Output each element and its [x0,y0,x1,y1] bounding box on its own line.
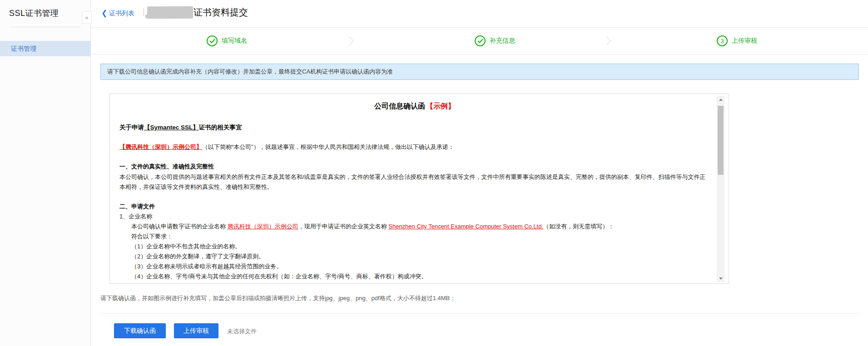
section1-title: 一、文件的真实性、准确性及完整性 [119,162,710,172]
footer-divider [100,313,859,314]
file-selection-status: 未选择文件 [227,327,257,336]
sidebar-divider [9,27,81,27]
requirement-item: （2）企业名称的外文翻译，遵守了文字翻译原则。 [119,252,710,262]
breadcrumb-link-certificate-list[interactable]: 证书列表 [109,10,134,18]
breadcrumb-separator: | [143,7,145,17]
page-header: ❮ 证书列表 | 证书资料提交 [91,0,868,28]
step-label: 上传审核 [732,37,757,45]
scroll-up-icon[interactable] [717,96,724,103]
subject-brand: 【Symantec SSL】 [144,124,199,131]
download-confirmation-button[interactable]: 下载确认函 [114,323,166,338]
main-content: ❮ 证书列表 | 证书资料提交 填写域名 补充信息 [91,0,868,346]
upload-instruction: 请下载确认函，并如图示例进行补充填写，加盖公章后扫描或拍摄清晰照片上传，支持jp… [100,294,456,302]
upload-review-button[interactable]: 上传审核 [174,323,218,338]
check-circle-icon [207,35,218,46]
confirm-suffix: （如没有，则无需填写）： [543,223,614,230]
check-circle-icon [475,35,486,46]
subject-prefix: 关于申请 [119,124,144,131]
requirements-label: 符合以下要求： [119,232,710,242]
requirement-item: （4）企业名称、字号/商号未与其他企业的任何在先权利（如：企业名称、字号/商号、… [119,272,710,282]
sidebar-item-certificate-management[interactable]: 证书管理 [0,41,91,56]
subject-suffix: 证书的相关事宜 [199,124,242,131]
document-subject: 关于申请【Symantec SSL】证书的相关事宜 [119,123,710,133]
company-name-cn-link[interactable]: 腾讯科技（深圳）示例公司 [228,223,298,230]
sidebar: SSL证书管理 证书管理 [0,0,91,346]
step-upload-review: 3 上传审核 [717,35,757,46]
confirm-prefix: 本公司确认申请数字证书的企业名称 [131,223,228,230]
section2-title: 二、申请文件 [119,202,710,212]
intro-text: （以下简称“本公司”），就题述事宜，根据中华人民共和国相关法律法规，做出以下确认… [202,143,454,150]
section1-body: 本公司确认，本公司提供的与题述事宜相关的所有文件正本及其签名和/或盖章是真实的，… [119,172,710,192]
document-title-tag: 【示例】 [426,102,455,110]
document-scrollbar[interactable] [717,96,724,282]
page: SSL证书管理 证书管理 « ❮ 证书列表 | 证书资料提交 填写域名 [0,0,868,346]
requirement-item: （5）企业名称未违反《企业名称登记管理实施办法》或其他相关中国、地方法律法规。 [119,282,710,284]
scrollbar-thumb[interactable] [718,106,724,175]
step-fill-domain: 填写域名 [207,35,247,46]
company-confirm-line: 本公司确认申请数字证书的企业名称 腾讯科技（深圳）示例公司，现用于申请证书的企业… [119,222,710,232]
info-banner: 请下载公司信息确认函完成内容补充（内容可修改）并加盖公章，最终提交CA机构证书申… [100,64,859,80]
page-title: 证书资料提交 [193,6,248,19]
back-icon[interactable]: ❮ [101,9,107,17]
progress-steps: 填写域名 补充信息 3 上传审核 [91,28,868,54]
confirm-mid: ，现用于申请证书的企业英文名称 [298,223,389,230]
sidebar-collapse-icon[interactable]: « [82,11,92,24]
app-title: SSL证书管理 [9,8,59,19]
item1-title: 1、企业名称 [119,212,710,222]
requirement-item: （3）企业名称未明示或者暗示有超越其经营范围的业务。 [119,262,710,272]
step-label: 补充信息 [490,37,515,45]
company-name-en-link[interactable]: Shenzhen City Tencent Example Computer S… [388,223,543,230]
redacted-text-fragment [145,15,177,18]
confirmation-letter-preview: 公司信息确认函【示例】 关于申请【Symantec SSL】证书的相关事宜 【腾… [109,94,729,284]
document-body: 公司信息确认函【示例】 关于申请【Symantec SSL】证书的相关事宜 【腾… [119,94,710,284]
step-label: 填写域名 [222,37,247,45]
scroll-down-icon[interactable] [717,275,724,282]
step-supplement-info: 补充信息 [475,35,515,46]
chevron-right-icon [602,36,611,45]
requirement-item: （1）企业名称中不包含其他企业的名称。 [119,242,710,252]
company-name-link[interactable]: 【腾讯科技（深圳）示例公司】 [119,143,202,150]
document-intro: 【腾讯科技（深圳）示例公司】（以下简称“本公司”），就题述事宜，根据中华人民共和… [119,142,710,152]
document-title: 公司信息确认函【示例】 [119,94,710,111]
chevron-right-icon [345,36,354,45]
document-title-text: 公司信息确认函 [374,102,425,110]
step-number-circle: 3 [717,35,728,46]
